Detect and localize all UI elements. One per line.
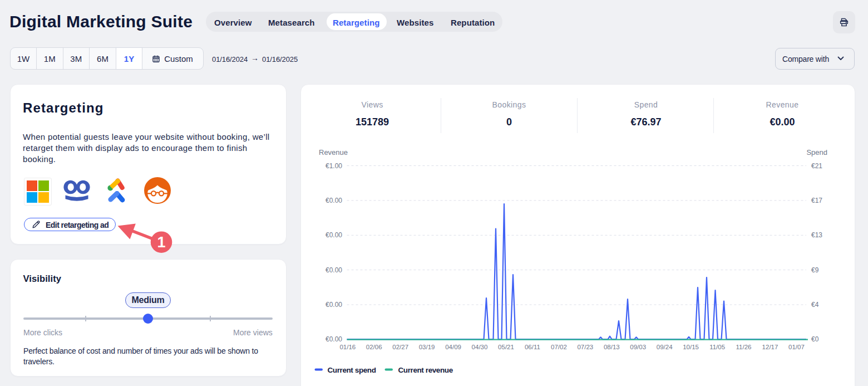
svg-text:01/16: 01/16: [339, 344, 356, 350]
svg-text:Current revenue: Current revenue: [398, 366, 453, 374]
svg-text:04/09: 04/09: [445, 344, 461, 350]
svg-text:11/26: 11/26: [736, 344, 752, 350]
svg-text:€0: €0: [811, 335, 819, 343]
svg-text:11/05: 11/05: [709, 344, 725, 350]
svg-text:02/27: 02/27: [392, 344, 408, 350]
svg-text:€17: €17: [811, 197, 822, 204]
svg-text:€0.00: €0.00: [326, 231, 342, 239]
svg-text:01/07: 01/07: [788, 344, 805, 350]
svg-text:Spend: Spend: [806, 148, 827, 157]
svg-text:06/11: 06/11: [525, 344, 540, 350]
svg-text:€0.00: €0.00: [326, 335, 342, 343]
svg-text:07/02: 07/02: [551, 344, 567, 350]
svg-text:07/23: 07/23: [577, 344, 593, 350]
svg-text:€0.00: €0.00: [326, 197, 342, 204]
svg-text:Current spend: Current spend: [328, 366, 376, 374]
svg-text:08/13: 08/13: [604, 344, 620, 350]
svg-text:09/24: 09/24: [657, 344, 673, 350]
svg-text:€0.00: €0.00: [326, 266, 342, 274]
svg-text:€9: €9: [811, 266, 819, 274]
svg-text:12/17: 12/17: [762, 344, 778, 350]
svg-text:04/30: 04/30: [472, 344, 488, 350]
svg-text:€1.00: €1.00: [326, 162, 342, 170]
svg-text:Revenue: Revenue: [319, 148, 348, 157]
svg-text:02/06: 02/06: [366, 344, 382, 350]
svg-text:10/15: 10/15: [683, 344, 699, 350]
svg-text:05/21: 05/21: [498, 344, 514, 350]
svg-text:1: 1: [157, 234, 165, 251]
svg-text:€13: €13: [811, 231, 822, 239]
svg-text:€21: €21: [811, 162, 822, 170]
svg-text:€4: €4: [811, 301, 819, 309]
svg-text:03/19: 03/19: [419, 344, 435, 350]
svg-text:€0.00: €0.00: [326, 301, 342, 309]
svg-text:09/03: 09/03: [630, 344, 646, 350]
